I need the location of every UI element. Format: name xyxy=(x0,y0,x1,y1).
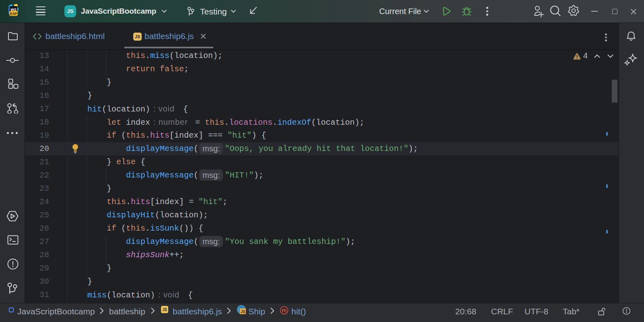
svg-text:EAP: EAP xyxy=(10,12,17,16)
svg-text:JS: JS xyxy=(240,310,246,314)
svg-text:m: m xyxy=(282,307,287,314)
